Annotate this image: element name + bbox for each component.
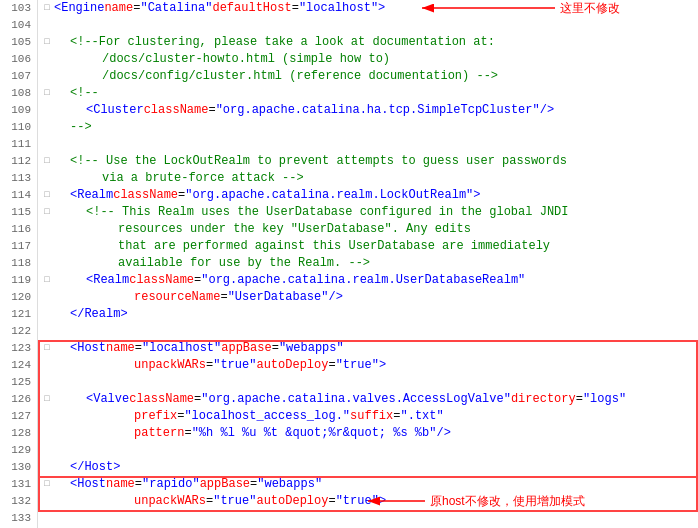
token-attr-val: "localhost_access_log.": [184, 408, 350, 425]
token-comment: -->: [70, 119, 92, 136]
line-number: 118: [6, 255, 31, 272]
token-attr-name: directory: [511, 391, 576, 408]
token-attr-name: appBase: [221, 340, 271, 357]
token-tag: Valve: [93, 391, 129, 408]
token-text-black: =: [184, 425, 191, 442]
token-tag: <: [70, 476, 77, 493]
code-line: □<Host name="localhost" appBase="webapps…: [42, 340, 698, 357]
token-attr-name: unpackWARs: [134, 493, 206, 510]
fold-icon[interactable]: □: [42, 0, 52, 17]
code-line: [42, 442, 698, 459]
fold-icon[interactable]: □: [42, 391, 52, 408]
token-comment: resources under the key "UserDatabase". …: [118, 221, 471, 238]
token-text-black: =: [220, 289, 227, 306]
token-text-black: =: [208, 102, 215, 119]
line-number: 111: [6, 136, 31, 153]
token-text-black: =: [328, 357, 335, 374]
token-attr-val: "localhost": [142, 340, 221, 357]
fold-icon[interactable]: □: [42, 153, 52, 170]
token-tag: <: [86, 391, 93, 408]
code-line: -->: [42, 119, 698, 136]
token-tag: Realm: [93, 272, 129, 289]
fold-icon[interactable]: □: [42, 34, 52, 51]
token-attr-name: name: [106, 340, 135, 357]
token-attr-name: unpackWARs: [134, 357, 206, 374]
fold-icon[interactable]: □: [42, 204, 52, 221]
code-line: <Cluster className="org.apache.catalina.…: [42, 102, 698, 119]
token-text-black: =: [135, 340, 142, 357]
token-comment: <!--: [70, 85, 99, 102]
code-line: prefix="localhost_access_log." suffix=".…: [42, 408, 698, 425]
token-attr-name: className: [113, 187, 178, 204]
code-line: </Host>: [42, 459, 698, 476]
token-tag: <: [54, 0, 61, 17]
token-comment: <!--For clustering, please take a look a…: [70, 34, 495, 51]
line-number: 110: [6, 119, 31, 136]
token-attr-val: "true": [213, 357, 256, 374]
token-attr-name: suffix: [350, 408, 393, 425]
token-comment: /docs/cluster-howto.html (simple how to): [102, 51, 390, 68]
code-line: [42, 510, 698, 527]
token-attr-val: "%h %l %u %t &quot;%r&quot; %s %b": [192, 425, 437, 442]
line-number: 128: [6, 425, 31, 442]
token-attr-val: "true": [213, 493, 256, 510]
line-number: 103: [6, 0, 31, 17]
token-tag: Engine: [61, 0, 104, 17]
fold-icon[interactable]: □: [42, 85, 52, 102]
code-content[interactable]: □<Engine name="Catalina" defaultHost="lo…: [38, 0, 698, 528]
token-attr-val: "org.apache.catalina.realm.UserDatabaseR…: [201, 272, 525, 289]
line-number: 125: [6, 374, 31, 391]
code-line: □<Valve className="org.apache.catalina.v…: [42, 391, 698, 408]
token-attr-name: className: [129, 391, 194, 408]
line-number: 122: [6, 323, 31, 340]
code-line: that are performed against this UserData…: [42, 238, 698, 255]
code-line: via a brute-force attack -->: [42, 170, 698, 187]
token-attr-name: prefix: [134, 408, 177, 425]
token-text-black: =: [177, 408, 184, 425]
token-attr-name: name: [104, 0, 133, 17]
code-line: resourceName="UserDatabase"/>: [42, 289, 698, 306]
line-number: 127: [6, 408, 31, 425]
token-text-black: =: [178, 187, 185, 204]
token-tag: >: [378, 0, 385, 17]
fold-icon[interactable]: □: [42, 476, 52, 493]
token-comment: <!-- This Realm uses the UserDatabase co…: [86, 204, 568, 221]
token-tag: <: [86, 102, 93, 119]
code-line: unpackWARs="true" autoDeploy="true">: [42, 493, 698, 510]
code-line: [42, 17, 698, 34]
line-number: 109: [6, 102, 31, 119]
line-number: 131: [6, 476, 31, 493]
code-line: □<Realm className="org.apache.catalina.r…: [42, 187, 698, 204]
line-number: 117: [6, 238, 31, 255]
fold-icon[interactable]: □: [42, 272, 52, 289]
code-line: unpackWARs="true" autoDeploy="true">: [42, 357, 698, 374]
line-number: 112: [6, 153, 31, 170]
token-tag: >: [379, 493, 386, 510]
token-attr-name: className: [129, 272, 194, 289]
token-text-black: =: [194, 391, 201, 408]
code-line: /docs/cluster-howto.html (simple how to): [42, 51, 698, 68]
line-number: 124: [6, 357, 31, 374]
code-editor: 1031041051061071081091101111121131141151…: [0, 0, 698, 528]
token-tag: Realm: [77, 187, 113, 204]
line-number: 107: [6, 68, 31, 85]
line-numbers: 1031041051061071081091101111121131141151…: [0, 0, 38, 528]
token-tag: >: [473, 187, 480, 204]
code-line: /docs/config/cluster.html (reference doc…: [42, 68, 698, 85]
token-attr-val: "Catalina": [140, 0, 212, 17]
token-text-black: =: [328, 493, 335, 510]
line-number: 108: [6, 85, 31, 102]
token-text-black: =: [250, 476, 257, 493]
token-tag: >: [379, 357, 386, 374]
line-number: 119: [6, 272, 31, 289]
token-tag: Host: [77, 476, 106, 493]
fold-icon[interactable]: □: [42, 340, 52, 357]
line-number: 133: [6, 510, 31, 527]
code-line: □<!--For clustering, please take a look …: [42, 34, 698, 51]
fold-icon[interactable]: □: [42, 187, 52, 204]
token-text-black: =: [206, 493, 213, 510]
token-attr-val: "true": [336, 357, 379, 374]
token-attr-name: className: [144, 102, 209, 119]
token-attr-val: "logs": [583, 391, 626, 408]
token-comment: <!-- Use the LockOutRealm to prevent att…: [70, 153, 567, 170]
